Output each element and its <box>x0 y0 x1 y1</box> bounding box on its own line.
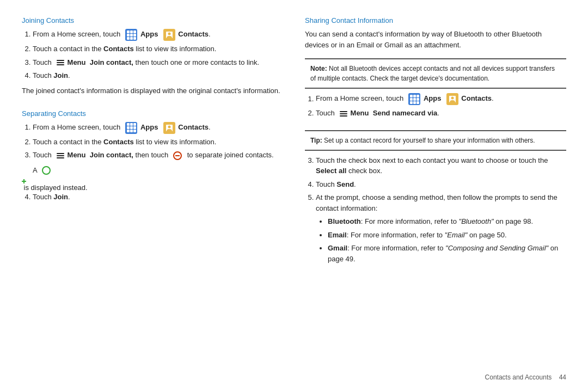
sharing-step-1: From a Home screen, touch Apps <box>316 93 566 105</box>
sep-step-2: Touch a contact in the Contacts list to … <box>33 137 283 148</box>
page: Joining Contacts From a Home screen, tou… <box>0 0 588 392</box>
sep-step-1: From a Home screen, touch Apps <box>33 122 283 134</box>
tip-text: Set up a contact record for yourself to … <box>322 137 535 144</box>
sep-plus-note: A <box>22 165 283 176</box>
bullet-gmail: Gmail: For more information, refer to "C… <box>328 243 566 264</box>
joining-step-2: Touch a contact in the Contacts list to … <box>33 44 283 54</box>
sep-step-3: Touch Menu Join contact, then touch to s… <box>33 150 283 161</box>
apps-label-2: Apps <box>140 123 158 131</box>
joining-note: The joined contact's information is disp… <box>22 85 283 96</box>
sharing-step-2: Touch Menu Send namecard via. <box>316 108 566 119</box>
tip-label: Tip: <box>310 137 322 144</box>
tip-box: Tip: Set up a contact record for yoursel… <box>305 130 566 151</box>
apps-label-1: Apps <box>140 30 158 38</box>
svg-point-5 <box>451 97 454 100</box>
footer-text: Contacts and Accounts <box>485 373 552 381</box>
joining-step-1: From a Home screen, touch Apps <box>33 29 283 41</box>
footer-page: 44 <box>559 373 566 381</box>
note-box: Note: Not all Bluetooth devices accept c… <box>305 58 566 89</box>
sep-step4-list: Touch Join. <box>22 192 283 203</box>
menu-icon-1 <box>57 59 64 66</box>
sharing-steps-after: Touch the check box next to each contact… <box>305 155 566 267</box>
sending-methods-list: Bluetooth: For more information, refer t… <box>316 216 566 264</box>
sharing-step-4: Touch Send. <box>316 179 566 190</box>
contacts-icon-1 <box>163 29 175 41</box>
menu-icon-2 <box>57 152 64 160</box>
contacts-icon-3 <box>446 93 458 105</box>
separating-contacts-title: Separating Contacts <box>22 109 283 118</box>
sharing-intro: You can send a contact's information by … <box>305 29 566 51</box>
contacts-label-1: Contacts <box>178 30 209 38</box>
sharing-step-3: Touch the check box next to each contact… <box>316 155 566 176</box>
footer: Contacts and Accounts 44 <box>485 373 566 381</box>
separating-steps-list: From a Home screen, touch Apps <box>22 122 283 161</box>
sep-step-4: Touch Join. <box>33 192 283 203</box>
plus-circle-icon <box>42 166 51 175</box>
apps-icon-2 <box>125 122 137 134</box>
apps-icon-3 <box>408 93 420 105</box>
joining-steps-list: From a Home screen, touch Apps <box>22 29 283 81</box>
bullet-bluetooth: Bluetooth: For more information, refer t… <box>328 216 566 227</box>
contacts-label-3: Contacts <box>461 95 492 103</box>
joining-contacts-section: Joining Contacts From a Home screen, tou… <box>22 16 283 100</box>
left-column: Joining Contacts From a Home screen, tou… <box>22 16 283 376</box>
contacts-label-2: Contacts <box>178 123 209 131</box>
separating-contacts-section: Separating Contacts From a Home screen, … <box>22 109 283 207</box>
apps-label-3: Apps <box>424 95 442 103</box>
right-column: Sharing Contact Information You can send… <box>305 16 566 376</box>
sharing-title: Sharing Contact Information <box>305 16 566 24</box>
contacts-icon-2 <box>163 122 175 134</box>
joining-step-3: Touch Menu Join contact, then touch one … <box>33 57 283 68</box>
svg-point-1 <box>168 33 170 35</box>
minus-circle-icon <box>173 151 182 160</box>
menu-icon-3 <box>340 110 347 118</box>
svg-point-3 <box>168 125 170 128</box>
sharing-step-5: At the prompt, choose a sending method, … <box>316 192 566 264</box>
apps-icon-1 <box>125 29 137 41</box>
bullet-email: Email: For more information, refer to "E… <box>328 230 566 241</box>
joining-contacts-title: Joining Contacts <box>22 16 283 24</box>
sharing-steps-before: From a Home screen, touch Apps <box>305 93 566 121</box>
joining-step-4: Touch Join. <box>33 70 283 81</box>
note-label: Note: <box>310 65 327 72</box>
note-text: Not all Bluetooth devices accept contact… <box>310 65 555 82</box>
